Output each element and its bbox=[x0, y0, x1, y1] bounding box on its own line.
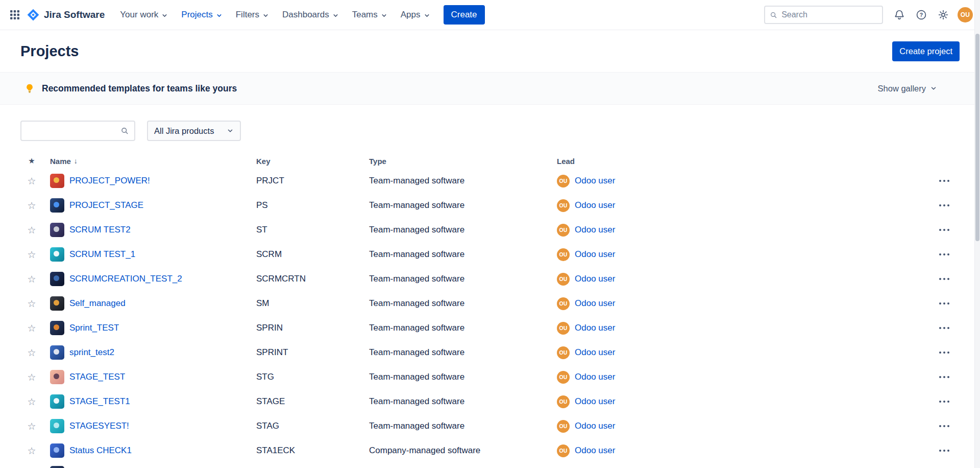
star-toggle[interactable]: ☆ bbox=[27, 323, 36, 333]
project-name-link[interactable]: SCRUM TEST2 bbox=[69, 225, 131, 235]
row-actions-button[interactable] bbox=[936, 419, 953, 433]
star-toggle[interactable]: ☆ bbox=[27, 225, 36, 235]
project-search-input[interactable] bbox=[27, 126, 120, 135]
project-avatar bbox=[50, 247, 64, 262]
search-icon bbox=[770, 11, 777, 19]
project-name-link[interactable]: STAGE_TEST bbox=[69, 372, 125, 382]
star-toggle[interactable]: ☆ bbox=[27, 250, 36, 260]
star-toggle[interactable]: ☆ bbox=[27, 397, 36, 407]
table-row: ☆ SCRUM TEST_1 SCRM Team-managed softwar… bbox=[20, 242, 960, 267]
nav-item-apps[interactable]: Apps bbox=[396, 6, 435, 24]
project-type: Team-managed software bbox=[369, 396, 557, 407]
star-toggle[interactable]: ☆ bbox=[27, 201, 36, 210]
more-icon bbox=[939, 253, 942, 256]
project-name-link[interactable]: PROJECT_STAGE bbox=[69, 200, 143, 210]
table-row: ☆ Status CHECK1 STA1ECK Company-managed … bbox=[20, 438, 960, 463]
more-icon bbox=[939, 204, 942, 207]
row-actions-button[interactable] bbox=[936, 248, 953, 261]
star-toggle[interactable]: ☆ bbox=[27, 348, 36, 358]
nav-item-your-work[interactable]: Your work bbox=[115, 6, 173, 24]
lead-name-link[interactable]: Odoo user bbox=[575, 274, 615, 284]
nav-item-dashboards[interactable]: Dashboards bbox=[277, 6, 344, 24]
row-actions-button[interactable] bbox=[936, 297, 953, 310]
user-avatar[interactable]: OU bbox=[958, 7, 973, 22]
project-avatar-accent bbox=[54, 423, 59, 428]
column-header-lead[interactable]: Lead bbox=[557, 157, 929, 166]
search-input[interactable] bbox=[781, 10, 877, 19]
lead-name-link[interactable]: Odoo user bbox=[575, 446, 615, 456]
project-avatar-accent bbox=[54, 324, 59, 330]
lead-avatar: OU bbox=[557, 248, 570, 261]
scrollbar-thumb[interactable] bbox=[975, 34, 979, 241]
row-actions-button[interactable] bbox=[936, 223, 953, 237]
more-icon bbox=[939, 376, 942, 379]
app-switcher-button[interactable] bbox=[6, 6, 23, 24]
nav-items: Your work Projects Filters Dashboards Te… bbox=[115, 6, 435, 24]
help-button[interactable]: ? bbox=[912, 5, 931, 25]
nav-item-filters[interactable]: Filters bbox=[231, 6, 274, 24]
lead-name-link[interactable]: Odoo user bbox=[575, 298, 615, 309]
show-gallery-button[interactable]: Show gallery bbox=[878, 84, 937, 93]
star-toggle[interactable]: ☆ bbox=[27, 422, 36, 431]
lead-name-link[interactable]: Odoo user bbox=[575, 372, 615, 382]
lead-name-link[interactable]: Odoo user bbox=[575, 176, 615, 186]
column-header-key[interactable]: Key bbox=[256, 157, 369, 166]
project-avatar bbox=[50, 419, 64, 433]
table-row: ☆ STAGESYEST! STAG Team-managed software… bbox=[20, 414, 960, 438]
lead-name-link[interactable]: Odoo user bbox=[575, 200, 615, 210]
lead-name-link[interactable]: Odoo user bbox=[575, 347, 615, 358]
row-actions-button[interactable] bbox=[936, 272, 953, 286]
project-avatar bbox=[50, 223, 64, 237]
project-name-link[interactable]: sprint_test2 bbox=[69, 347, 114, 358]
more-icon bbox=[939, 425, 942, 428]
lead-name-link[interactable]: Odoo user bbox=[575, 249, 615, 260]
table-row: ☆ sprint_test2 SPRINT Team-managed softw… bbox=[20, 340, 960, 365]
project-name-link[interactable]: Sprint_TEST bbox=[69, 323, 119, 333]
jira-logo-icon bbox=[27, 8, 40, 21]
nav-item-projects[interactable]: Projects bbox=[176, 6, 227, 24]
project-type: Team-managed software bbox=[369, 225, 557, 235]
star-toggle[interactable]: ☆ bbox=[27, 372, 36, 382]
lead-name-link[interactable]: Odoo user bbox=[575, 323, 615, 333]
lead-avatar: OU bbox=[557, 346, 570, 359]
row-actions-button[interactable] bbox=[936, 199, 953, 212]
settings-button[interactable] bbox=[934, 5, 953, 25]
create-button[interactable]: Create bbox=[444, 5, 485, 25]
project-avatar bbox=[50, 272, 64, 286]
project-avatar bbox=[50, 443, 64, 458]
brand[interactable]: Jira Software bbox=[23, 8, 111, 21]
create-project-button[interactable]: Create project bbox=[892, 41, 960, 61]
star-toggle[interactable]: ☆ bbox=[27, 176, 36, 186]
row-actions-button[interactable] bbox=[936, 370, 953, 384]
project-name-link[interactable]: Status CHECK1 bbox=[69, 446, 132, 456]
row-actions-button[interactable] bbox=[936, 395, 953, 408]
product-filter-select[interactable]: All Jira products bbox=[147, 121, 241, 141]
row-actions-button[interactable] bbox=[936, 346, 953, 359]
project-key: SCRMCRTN bbox=[256, 274, 369, 284]
project-name-link[interactable]: Self_managed bbox=[69, 298, 126, 309]
more-icon bbox=[939, 278, 942, 280]
project-name-link[interactable]: STAGE_TEST1 bbox=[69, 396, 130, 407]
lead-name-link[interactable]: Odoo user bbox=[575, 421, 615, 431]
row-actions-button[interactable] bbox=[936, 444, 953, 457]
star-toggle[interactable]: ☆ bbox=[27, 299, 36, 309]
nav-item-teams[interactable]: Teams bbox=[347, 6, 393, 24]
column-header-type[interactable]: Type bbox=[369, 157, 557, 166]
project-name-link[interactable]: PROJECT_POWER! bbox=[69, 176, 150, 186]
project-key: STG bbox=[256, 372, 369, 382]
project-name-link[interactable]: SCRUMCREATION_TEST_2 bbox=[69, 274, 182, 284]
star-column-header[interactable]: ★ bbox=[20, 156, 43, 166]
project-name-link[interactable]: STAGESYEST! bbox=[69, 421, 129, 431]
row-actions-button[interactable] bbox=[936, 174, 953, 188]
lead-name-link[interactable]: Odoo user bbox=[575, 225, 615, 235]
notifications-button[interactable] bbox=[890, 5, 909, 25]
project-name-link[interactable]: SCRUM TEST_1 bbox=[69, 249, 135, 260]
table-row: ☆ STAGE_TEST1 STAGE Team-managed softwar… bbox=[20, 389, 960, 414]
project-avatar-accent bbox=[54, 275, 59, 281]
column-header-name[interactable]: Name ↓ bbox=[43, 157, 256, 166]
lead-name-link[interactable]: Odoo user bbox=[575, 396, 615, 407]
row-actions-button[interactable] bbox=[936, 321, 953, 335]
project-key: STAGE bbox=[256, 396, 369, 407]
star-toggle[interactable]: ☆ bbox=[27, 446, 36, 456]
star-toggle[interactable]: ☆ bbox=[27, 274, 36, 284]
